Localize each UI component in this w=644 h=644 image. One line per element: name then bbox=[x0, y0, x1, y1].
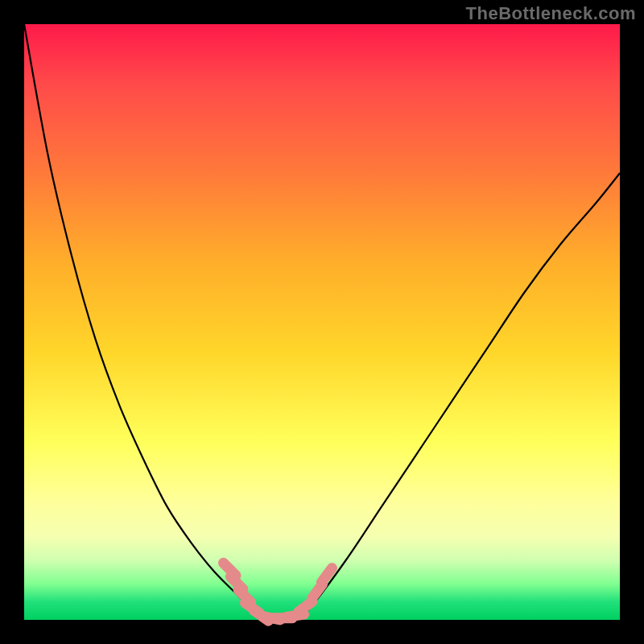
chart-svg bbox=[0, 0, 644, 644]
chart-frame: TheBottleneck.com bbox=[0, 0, 644, 644]
bottleneck-curve bbox=[24, 24, 620, 619]
watermark-text: TheBottleneck.com bbox=[466, 3, 636, 24]
